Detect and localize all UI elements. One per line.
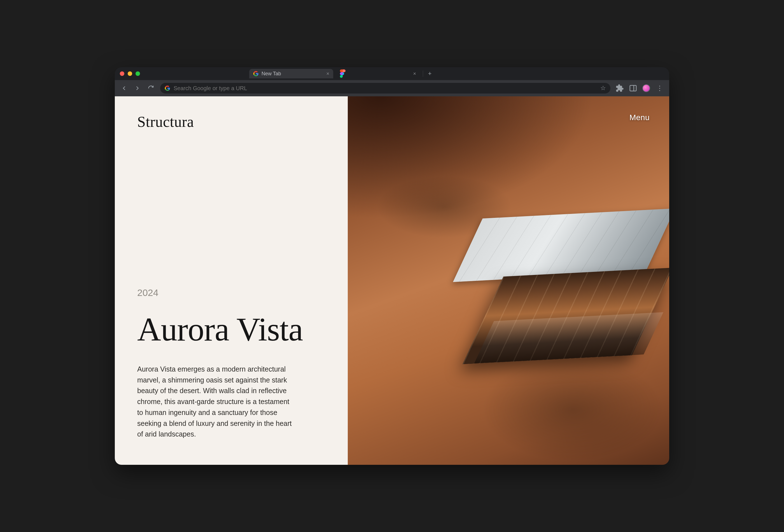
forward-button[interactable] [133, 84, 142, 92]
figma-favicon-icon [340, 71, 345, 77]
hero-image: Menu [348, 96, 669, 465]
page-content: Structura 2024 Aurora Vista Aurora Vista… [115, 96, 669, 465]
svg-rect-0 [630, 85, 637, 91]
building-illustration [466, 209, 667, 366]
bookmark-star-icon[interactable]: ☆ [600, 85, 606, 92]
google-icon [165, 85, 170, 91]
brand-logo[interactable]: Structura [137, 113, 328, 131]
google-favicon-icon [253, 71, 259, 77]
project-description: Aurora Vista emerges as a modern archite… [137, 364, 294, 440]
tab-figma[interactable]: × [336, 69, 420, 78]
project-title: Aurora Vista [137, 312, 328, 347]
minimize-window-button[interactable] [128, 72, 132, 76]
close-tab-icon[interactable]: × [326, 71, 329, 77]
info-panel: Structura 2024 Aurora Vista Aurora Vista… [115, 96, 348, 465]
chrome-menu-button[interactable]: ⋮ [655, 84, 664, 92]
toolbar: ☆ ⋮ [115, 80, 669, 96]
tab-strip: New Tab × × + [115, 67, 669, 80]
close-tab-icon[interactable]: × [413, 71, 416, 77]
profile-avatar[interactable] [642, 84, 650, 92]
browser-window: New Tab × × + [115, 67, 669, 465]
new-tab-button[interactable]: + [426, 70, 434, 78]
maximize-window-button[interactable] [136, 72, 140, 76]
close-window-button[interactable] [120, 72, 124, 76]
project-year: 2024 [137, 287, 328, 298]
menu-button[interactable]: Menu [629, 113, 650, 122]
tab-divider [423, 71, 423, 77]
back-button[interactable] [120, 84, 128, 92]
reload-button[interactable] [147, 84, 155, 92]
extensions-button[interactable] [615, 84, 624, 92]
tab-new-tab[interactable]: New Tab × [249, 69, 333, 78]
url-input[interactable] [174, 85, 597, 91]
hero-scene [348, 96, 669, 465]
omnibox[interactable]: ☆ [160, 83, 610, 93]
tab-label: New Tab [261, 71, 281, 77]
side-panel-button[interactable] [629, 84, 637, 92]
window-controls [120, 72, 140, 76]
